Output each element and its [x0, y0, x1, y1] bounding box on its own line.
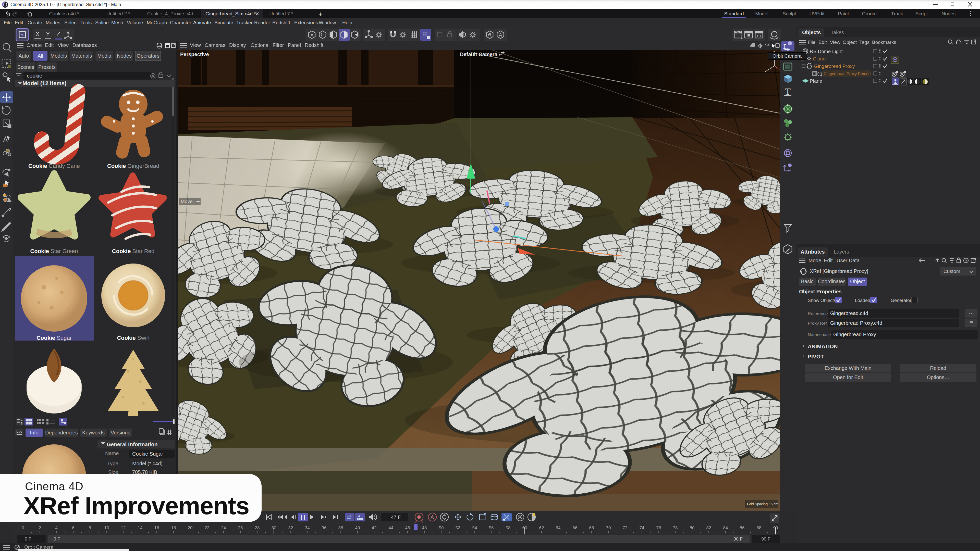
- svg-text:Perspective: Perspective: [180, 52, 209, 57]
- svg-text:82: 82: [706, 526, 711, 530]
- svg-text:Cookie Swirl: Cookie Swirl: [117, 335, 149, 341]
- svg-text:80: 80: [690, 526, 695, 530]
- svg-text:Nodes: Nodes: [117, 53, 132, 59]
- svg-text:54: 54: [473, 526, 477, 530]
- svg-text:58: 58: [506, 526, 511, 530]
- svg-text:84: 84: [723, 526, 728, 530]
- svg-text:RS Dome Light: RS Dome Light: [810, 49, 843, 54]
- svg-text:Default Camera: Default Camera: [460, 52, 498, 57]
- svg-text:22: 22: [205, 526, 210, 530]
- svg-text:78: 78: [673, 526, 678, 530]
- svg-text:36: 36: [322, 526, 327, 530]
- svg-text:General Information: General Information: [107, 441, 158, 447]
- svg-text:34: 34: [305, 526, 310, 530]
- svg-text:Dependencies: Dependencies: [45, 430, 78, 435]
- svg-text:28: 28: [255, 526, 260, 530]
- svg-text:Y: Y: [46, 30, 50, 38]
- svg-text:8: 8: [89, 526, 91, 530]
- svg-text:Scenes: Scenes: [18, 64, 35, 70]
- svg-text:6: 6: [72, 526, 74, 530]
- svg-text:Z: Z: [56, 30, 60, 38]
- svg-text:Type: Type: [107, 461, 118, 466]
- svg-text:20: 20: [188, 526, 192, 530]
- svg-text:32: 32: [288, 526, 293, 530]
- svg-text:Move: Move: [181, 199, 192, 204]
- svg-text:56: 56: [489, 526, 494, 530]
- svg-text:Cookie Sugar: Cookie Sugar: [37, 335, 72, 341]
- svg-text:Auto: Auto: [18, 53, 29, 59]
- svg-text:Cookie Candy Cane: Cookie Candy Cane: [28, 163, 80, 169]
- svg-text:44: 44: [389, 526, 393, 530]
- svg-text:2: 2: [38, 526, 41, 530]
- svg-text:10: 10: [104, 526, 109, 530]
- svg-text:46: 46: [405, 526, 410, 530]
- svg-text:88: 88: [757, 526, 762, 530]
- svg-text:60: 60: [522, 526, 527, 530]
- svg-text:A: A: [431, 514, 434, 520]
- svg-text:A: A: [499, 32, 502, 38]
- svg-text:52: 52: [455, 526, 460, 530]
- svg-text:90 F: 90 F: [761, 537, 770, 541]
- svg-text:Cookie Sugar: Cookie Sugar: [132, 451, 163, 457]
- svg-text:12: 12: [121, 526, 126, 530]
- svg-text:Versions: Versions: [111, 430, 130, 435]
- svg-text:90 F: 90 F: [733, 537, 743, 541]
- svg-text:Gingerbread Proxy: Gingerbread Proxy: [814, 64, 855, 69]
- svg-text:Materials: Materials: [71, 53, 92, 59]
- svg-text:90: 90: [773, 526, 778, 530]
- svg-text:0 F: 0 F: [54, 537, 60, 541]
- svg-text:50: 50: [439, 526, 444, 530]
- svg-text:0: 0: [22, 526, 24, 530]
- svg-text:Cookie Star Red: Cookie Star Red: [112, 248, 154, 254]
- svg-text:40: 40: [355, 526, 360, 530]
- svg-text:66: 66: [573, 526, 578, 530]
- svg-text:26: 26: [238, 526, 243, 530]
- svg-text:18: 18: [171, 526, 176, 530]
- svg-text:Models: Models: [51, 53, 67, 59]
- svg-text:Operators: Operators: [137, 53, 159, 59]
- svg-text:64: 64: [556, 526, 561, 530]
- svg-text:48: 48: [422, 526, 427, 530]
- svg-text:Cloner: Cloner: [813, 56, 827, 62]
- svg-text:16: 16: [154, 526, 159, 530]
- svg-text:Media: Media: [97, 53, 111, 59]
- svg-text:Keywords: Keywords: [82, 430, 105, 435]
- svg-text:Model (12 Items): Model (12 Items): [22, 80, 66, 86]
- svg-text:72: 72: [623, 526, 628, 530]
- svg-text:47 F: 47 F: [391, 514, 401, 520]
- svg-text:76: 76: [656, 526, 661, 530]
- svg-text:42: 42: [372, 526, 377, 530]
- svg-text:74: 74: [640, 526, 644, 530]
- svg-text:X: X: [35, 30, 40, 38]
- svg-text:All: All: [38, 53, 43, 59]
- svg-text:30: 30: [272, 526, 277, 530]
- svg-text:cookie: cookie: [27, 73, 42, 79]
- svg-text:14: 14: [138, 526, 143, 530]
- svg-text:62: 62: [539, 526, 544, 530]
- svg-text:T: T: [785, 86, 791, 97]
- svg-text:Model (*.c4d): Model (*.c4d): [132, 461, 162, 466]
- svg-text:Cookie GingerBread: Cookie GingerBread: [107, 163, 159, 169]
- svg-text:Info: Info: [30, 430, 38, 435]
- svg-text:Gingerbread Proxy:Remesh: Gingerbread Proxy:Remesh: [824, 71, 873, 76]
- svg-text:70: 70: [606, 526, 611, 530]
- svg-text:86: 86: [740, 526, 745, 530]
- svg-text:Presets: Presets: [38, 64, 56, 70]
- svg-text:A: A: [358, 514, 361, 518]
- svg-text:38: 38: [339, 526, 343, 530]
- svg-text:Name: Name: [105, 451, 119, 456]
- svg-text:68: 68: [589, 526, 594, 530]
- svg-text:0 F: 0 F: [25, 537, 32, 541]
- svg-text:Plane: Plane: [810, 78, 822, 84]
- svg-text:4: 4: [55, 526, 57, 530]
- svg-text:Cookie Star Green: Cookie Star Green: [30, 248, 78, 254]
- svg-text:Grid Spacing : 5 cm: Grid Spacing : 5 cm: [747, 502, 778, 506]
- svg-text:24: 24: [221, 526, 226, 530]
